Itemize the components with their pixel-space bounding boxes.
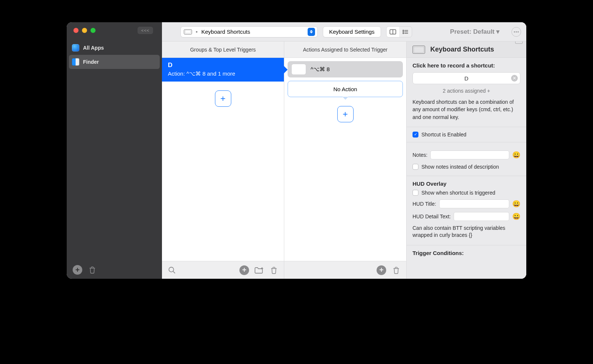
preset-button[interactable]: Preset: Default ▾ bbox=[450, 28, 500, 36]
view-mode-segmented[interactable] bbox=[386, 26, 412, 37]
new-group-icon[interactable] bbox=[254, 265, 264, 275]
delete-app-button[interactable] bbox=[87, 265, 97, 275]
emoji-picker-button[interactable]: 😀 bbox=[512, 200, 520, 208]
actions-assigned-text[interactable]: 2 actions assigned + bbox=[413, 88, 520, 94]
delete-action-button[interactable] bbox=[391, 265, 401, 275]
hud-show-checkbox[interactable]: Show when shortcut is triggered bbox=[413, 190, 520, 196]
shortcut-enabled-checkbox[interactable]: ✓ Shortcut is Enabled bbox=[413, 132, 520, 138]
action-label: ^⌥⌘ 8 bbox=[311, 66, 330, 73]
clear-shortcut-button[interactable]: ✕ bbox=[511, 75, 518, 82]
checkbox-label: Shortcut is Enabled bbox=[421, 132, 466, 138]
separator-dot: • bbox=[196, 29, 198, 35]
triggers-column: Groups & Top Level Triggers D Action: ^⌥… bbox=[162, 42, 284, 279]
actions-column: Actions Assigned to Selected Trigger ^⌥⌘… bbox=[284, 42, 407, 279]
sidebar-item-all-apps[interactable]: All Apps bbox=[67, 41, 162, 55]
svg-point-3 bbox=[403, 33, 404, 34]
columns-view-icon[interactable] bbox=[387, 27, 399, 37]
notes-label: Notes: bbox=[413, 152, 427, 158]
popout-window-icon[interactable] bbox=[515, 42, 523, 44]
add-button[interactable]: + bbox=[239, 265, 249, 275]
hud-section-title: HUD Overlay bbox=[413, 181, 520, 187]
hud-hint: Can also contain BTT scripting variables… bbox=[413, 225, 520, 239]
svg-point-6 bbox=[517, 31, 519, 32]
record-label: Click here to record a shortcut: bbox=[413, 62, 520, 69]
toolbar: • Keyboard Shortcuts Keyboard Settings P… bbox=[162, 22, 526, 42]
record-section: Click here to record a shortcut: D ✕ 2 a… bbox=[407, 58, 526, 127]
sidebar-item-label: All Apps bbox=[83, 45, 104, 51]
emoji-picker-button[interactable]: 😀 bbox=[512, 151, 520, 159]
add-app-button[interactable]: + bbox=[73, 265, 82, 275]
inspector-title: Keyboard Shortcuts bbox=[430, 46, 494, 53]
sidebar-item-label: Finder bbox=[83, 59, 99, 65]
notes-input[interactable] bbox=[430, 150, 509, 159]
shortcut-description: Keyboard shortcuts can be a combination … bbox=[413, 98, 520, 121]
svg-point-5 bbox=[516, 31, 517, 32]
trigger-title: D bbox=[168, 62, 278, 69]
minimize-window-button[interactable] bbox=[82, 28, 87, 33]
keyboard-settings-button[interactable]: Keyboard Settings bbox=[323, 26, 381, 37]
action-row-shortcut[interactable]: ^⌥⌘ 8 bbox=[288, 61, 403, 77]
keyboard-icon bbox=[413, 46, 425, 54]
shortcut-record-field[interactable]: D ✕ bbox=[413, 72, 520, 84]
triggers-header: Groups & Top Level Triggers bbox=[162, 42, 284, 58]
finder-icon bbox=[72, 58, 79, 66]
triggers-footer: + bbox=[162, 261, 284, 279]
columns: Groups & Top Level Triggers D Action: ^⌥… bbox=[162, 42, 526, 279]
svg-point-2 bbox=[403, 32, 404, 32]
trigger-conditions-section: Trigger Conditions: bbox=[407, 245, 526, 265]
actions-footer: + bbox=[284, 261, 406, 279]
chevron-updown-icon bbox=[308, 28, 315, 36]
trigger-type-dropdown[interactable]: • Keyboard Shortcuts bbox=[180, 26, 318, 37]
list-view-icon[interactable] bbox=[399, 27, 412, 37]
checkbox-icon bbox=[413, 164, 418, 170]
checkbox-label: Show notes instead of description bbox=[421, 164, 499, 170]
emoji-picker-button[interactable]: 😀 bbox=[512, 212, 520, 221]
checkbox-icon bbox=[413, 190, 418, 196]
sidebar-footer: + bbox=[67, 261, 162, 279]
actions-header: Actions Assigned to Selected Trigger bbox=[284, 42, 406, 58]
hud-detail-label: HUD Detail Text: bbox=[413, 214, 451, 219]
delete-trigger-button[interactable] bbox=[269, 265, 279, 275]
checkbox-icon: ✓ bbox=[413, 132, 418, 138]
trigger-subtitle: Action: ^⌥⌘ 8 and 1 more bbox=[168, 70, 278, 77]
dropdown-label: Keyboard Shortcuts bbox=[201, 29, 250, 35]
more-menu-button[interactable] bbox=[511, 27, 521, 37]
add-action-button[interactable]: + bbox=[337, 106, 354, 122]
svg-point-1 bbox=[403, 30, 404, 31]
add-trigger-button[interactable]: + bbox=[215, 90, 231, 107]
action-label: No Action bbox=[333, 86, 357, 92]
search-icon[interactable] bbox=[167, 265, 177, 275]
hud-title-label: HUD Title: bbox=[413, 201, 436, 207]
notes-section: Notes: 😀 Show notes instead of descripti… bbox=[407, 142, 526, 176]
trigger-conditions-label: Trigger Conditions: bbox=[413, 250, 520, 256]
checkbox-label: Show when shortcut is triggered bbox=[421, 190, 495, 196]
hud-title-input[interactable] bbox=[439, 199, 509, 208]
zoom-window-button[interactable] bbox=[90, 28, 96, 33]
enabled-section: ✓ Shortcut is Enabled bbox=[407, 127, 526, 142]
main-area: • Keyboard Shortcuts Keyboard Settings P… bbox=[162, 22, 526, 279]
globe-icon bbox=[72, 44, 79, 52]
action-icon-chip bbox=[291, 64, 306, 75]
sidebar: <<< All Apps Finder + bbox=[67, 22, 162, 279]
keyboard-icon bbox=[184, 29, 192, 34]
inspector-panel: Keyboard Shortcuts Click here to record … bbox=[407, 42, 526, 279]
svg-point-7 bbox=[169, 267, 174, 272]
show-notes-checkbox[interactable]: Show notes instead of description bbox=[413, 164, 520, 170]
sidebar-item-finder[interactable]: Finder bbox=[69, 55, 160, 69]
close-window-button[interactable] bbox=[73, 28, 79, 33]
breadcrumb-back-pill[interactable]: <<< bbox=[138, 27, 153, 34]
hud-section: HUD Overlay Show when shortcut is trigge… bbox=[407, 176, 526, 245]
inspector-header: Keyboard Shortcuts bbox=[407, 42, 526, 58]
shortcut-record-value: D bbox=[464, 75, 468, 82]
hud-detail-input[interactable] bbox=[454, 212, 509, 221]
svg-point-4 bbox=[514, 31, 515, 32]
window-controls: <<< bbox=[67, 22, 162, 39]
trigger-row[interactable]: D Action: ^⌥⌘ 8 and 1 more bbox=[162, 58, 284, 82]
action-row-noaction[interactable]: No Action bbox=[288, 81, 403, 97]
add-action-footer-button[interactable]: + bbox=[377, 265, 386, 275]
app-window: <<< All Apps Finder + • bbox=[67, 22, 526, 279]
